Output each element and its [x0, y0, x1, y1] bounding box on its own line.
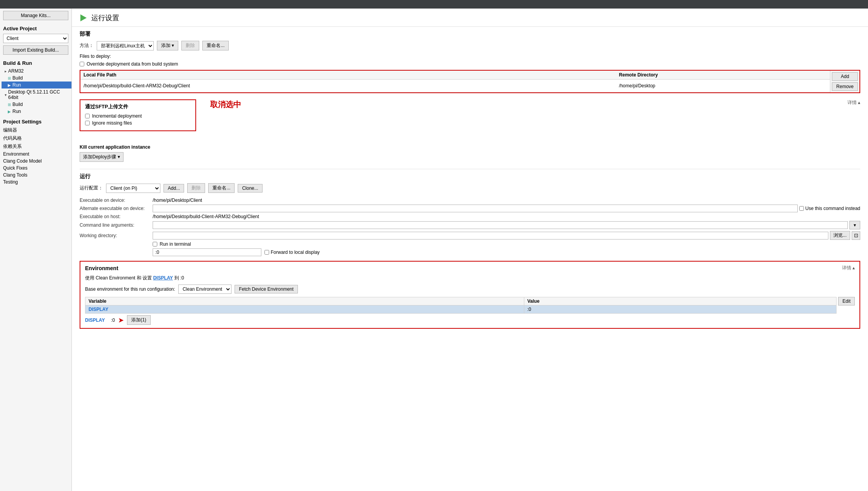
deploy-method-row: 方法： 部署到远程Linux主机 添加 ▾ 删除 重命名...: [80, 41, 860, 50]
ignore-missing-label: Ignore missing files: [92, 120, 132, 126]
run-delete-button[interactable]: 删除: [187, 183, 205, 193]
add-deploy-button[interactable]: 添加Deploy步骤 ▾: [80, 152, 124, 162]
active-project-title: Active Project: [0, 23, 71, 33]
manage-kits-button[interactable]: Manage Kits...: [3, 11, 68, 20]
env-display-label-bottom: DISPLAY: [85, 318, 105, 323]
sidebar-item-dependencies[interactable]: 依赖关系: [0, 142, 71, 151]
run-rename-button[interactable]: 重命名...: [208, 183, 235, 193]
deploy-method-select[interactable]: 部署到远程Linux主机: [97, 41, 154, 50]
sidebar-item-code-style[interactable]: 代码风格: [0, 134, 71, 142]
play-triangle-icon: [80, 14, 87, 21]
method-label: 方法：: [80, 42, 94, 49]
sftp-annotation: 取消选中: [210, 99, 241, 110]
forward-display-row: Forward to local display: [264, 250, 320, 255]
ignore-missing-checkbox[interactable]: [85, 121, 90, 125]
env-edit-button[interactable]: Edit: [838, 297, 855, 305]
alt-exe-row: Use this command instead: [153, 205, 860, 212]
env-var-display: DISPLAY: [85, 305, 524, 314]
forward-display-label: Forward to local display: [271, 250, 320, 255]
import-build-button[interactable]: Import Existing Build...: [3, 45, 68, 55]
arrow-indicator-icon: ➤: [118, 316, 124, 324]
env-header: Environment 详情 ▴: [85, 265, 855, 271]
file-table-header-remote: Remote Directory: [616, 71, 830, 80]
environment-section: Environment 详情 ▴ 使用 Clean Environment 和 …: [80, 261, 860, 329]
run-terminal-label: Run in terminal: [160, 241, 191, 247]
alt-exe-input[interactable]: [153, 205, 798, 212]
cmd-args-dropdown[interactable]: ▾: [849, 221, 860, 229]
sftp-ignore-row: Ignore missing files: [85, 120, 191, 126]
sidebar-item-editor[interactable]: 编辑器: [0, 126, 71, 134]
fetch-device-env-button[interactable]: Fetch Device Environment: [235, 285, 298, 293]
desktop-qt-arrow-icon: ▾: [5, 93, 7, 97]
override-checkbox[interactable]: [80, 62, 84, 66]
env-base-select[interactable]: Clean Environment: [178, 285, 231, 294]
working-dir-row: 浏览... ⊡: [153, 231, 860, 240]
content-body: 部署 方法： 部署到远程Linux主机 添加 ▾ 删除 重命名... Files…: [72, 27, 868, 333]
sidebar-item-quick-fixes[interactable]: Quick Fixes: [0, 165, 71, 172]
env-base-label: Base environment for this run configurat…: [85, 286, 175, 292]
sidebar-item-arm32-run[interactable]: ▶ Run: [2, 82, 71, 88]
cmd-args-input[interactable]: [153, 221, 848, 229]
env-table: Variable Value DISPLAY :0: [85, 297, 837, 314]
working-dir-icon-button[interactable]: ⊡: [852, 231, 860, 240]
display-link[interactable]: DISPLAY: [153, 275, 173, 281]
run-terminal-row: Run in terminal: [153, 241, 860, 247]
env-display-var: DISPLAY: [89, 307, 108, 312]
cmd-args-label: Command line arguments:: [80, 222, 150, 228]
cmd-args-row: ▾: [153, 221, 860, 229]
main-content: 运行设置 部署 方法： 部署到远程Linux主机 添加 ▾ 删除 重命名... …: [72, 9, 868, 491]
desktop-build-arrow-icon: ⊞: [8, 102, 11, 107]
forward-display-checkbox[interactable]: [264, 250, 269, 255]
deploy-delete-button[interactable]: 删除: [181, 41, 199, 50]
run-clone-button[interactable]: Clone...: [238, 184, 262, 193]
env-add-button[interactable]: 添加(1): [127, 315, 151, 325]
run-config-select[interactable]: Client (on Pi): [106, 184, 160, 193]
sftp-detail[interactable]: 详情 ▴: [847, 99, 860, 106]
active-project-select[interactable]: Client: [3, 34, 68, 43]
sidebar-tree: ▸ ARM32 ⊞ Build ▶ Run ▾ Desktop Qt 5.12.…: [0, 68, 71, 115]
incremental-checkbox[interactable]: [85, 114, 90, 118]
incremental-label: Incremental deployment: [92, 113, 142, 119]
terminal-input[interactable]: [153, 248, 261, 256]
deploy-add-button[interactable]: 添加 ▾: [157, 41, 178, 50]
manage-kits-container: Manage Kits...: [3, 11, 68, 20]
main-container: Manage Kits... Active Project Client Imp…: [0, 9, 868, 491]
arm32-arrow-icon: ▸: [5, 69, 7, 73]
sidebar-item-desktop-run[interactable]: ▶ Run: [2, 108, 71, 115]
sidebar: Manage Kits... Active Project Client Imp…: [0, 9, 72, 491]
sftp-section: 通过SFTP上传文件 Incremental deployment Ignore…: [80, 99, 196, 131]
run-terminal-checkbox[interactable]: [153, 242, 157, 246]
sidebar-item-environment[interactable]: Environment: [0, 151, 71, 158]
exe-host-value: /home/pi/Desktop/build-Client-ARM32-Debu…: [153, 214, 860, 219]
arm32-build-arrow-icon: ⊞: [8, 76, 11, 80]
desktop-build-label: Build: [12, 102, 23, 107]
use-command-checkbox[interactable]: [799, 206, 804, 211]
run-config-row: 运行配置： Client (on Pi) Add... 删除 重命名... Cl…: [80, 183, 860, 193]
run-add-button[interactable]: Add...: [164, 184, 184, 193]
sidebar-item-arm32[interactable]: ▸ ARM32: [2, 68, 71, 75]
run-section-title: 运行: [80, 173, 860, 180]
env-table-row[interactable]: DISPLAY :0: [85, 305, 837, 314]
arm32-build-label: Build: [12, 75, 23, 81]
env-detail[interactable]: 详情 ▴: [842, 265, 855, 271]
terminal-row: Forward to local display: [153, 248, 860, 256]
browse-button[interactable]: 浏览...: [830, 231, 850, 240]
sidebar-item-arm32-build[interactable]: ⊞ Build: [2, 75, 71, 82]
env-desc-part2: 到 :0: [173, 275, 184, 281]
sidebar-item-clang-code-model[interactable]: Clang Code Model: [0, 158, 71, 165]
kill-text: Kill current application instance: [80, 144, 860, 150]
active-project-dropdown[interactable]: Client: [3, 34, 68, 43]
file-add-button[interactable]: Add: [832, 72, 858, 81]
deploy-rename-button[interactable]: 重命名...: [202, 41, 229, 50]
file-remove-button[interactable]: Remove: [832, 82, 858, 91]
sidebar-item-testing[interactable]: Testing: [0, 179, 71, 186]
sidebar-item-desktop-qt[interactable]: ▾ Desktop Qt 5.12.11 GCC 64bit: [2, 88, 71, 101]
sidebar-item-clang-tools[interactable]: Clang Tools: [0, 172, 71, 179]
sidebar-item-desktop-build[interactable]: ⊞ Build: [2, 101, 71, 108]
env-base-row: Base environment for this run configurat…: [85, 285, 855, 294]
file-table: Local File Path Remote Directory /home/p…: [80, 71, 830, 92]
deploy-section-title: 部署: [80, 31, 860, 38]
file-table-row[interactable]: /home/pi/Desktop/build-Client-ARM32-Debu…: [80, 80, 830, 92]
alt-exe-label: Alternate executable on device:: [80, 206, 150, 211]
working-dir-input[interactable]: [153, 232, 828, 239]
